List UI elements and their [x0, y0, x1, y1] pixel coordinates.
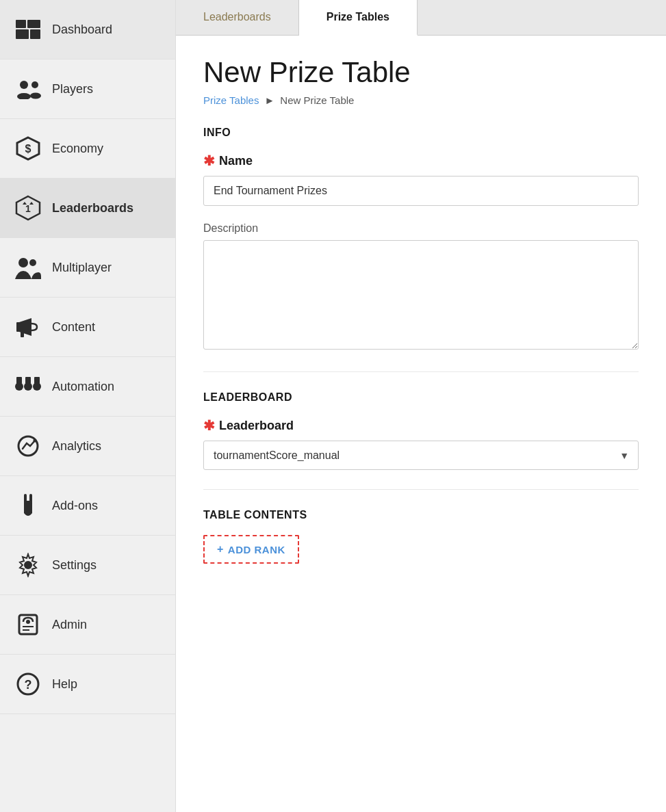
svg-rect-32	[23, 629, 29, 631]
description-label: Description	[203, 222, 639, 235]
analytics-icon	[14, 432, 42, 460]
leaderboard-label: ✱ Leaderboard	[203, 417, 639, 434]
sidebar-item-label: Economy	[52, 142, 103, 156]
tab-prize-tables[interactable]: Prize Tables	[299, 0, 418, 36]
leaderboard-select-wrapper: tournamentScore_manual tournamentScore_a…	[203, 441, 639, 470]
sidebar-item-analytics[interactable]: Analytics	[0, 417, 175, 476]
svg-point-28	[24, 561, 32, 569]
sidebar-item-label: Automation	[52, 380, 114, 394]
svg-point-30	[26, 620, 30, 624]
svg-rect-22	[34, 377, 40, 384]
table-contents-section: TABLE CONTENTS + ADD RANK	[203, 509, 639, 564]
sidebar-item-label: Add-ons	[52, 499, 98, 513]
sidebar-item-multiplayer[interactable]: Multiplayer	[0, 238, 175, 298]
svg-point-7	[30, 93, 41, 99]
section-divider-1	[203, 371, 639, 372]
main-content: Leaderboards Prize Tables New Prize Tabl…	[176, 0, 666, 812]
breadcrumb-separator: ►	[264, 94, 274, 106]
svg-point-13	[29, 259, 36, 266]
sidebar-item-addons[interactable]: Add-ons	[0, 476, 175, 536]
leaderboards-icon: 1	[14, 194, 42, 222]
svg-text:?: ?	[25, 678, 32, 692]
name-input[interactable]	[203, 176, 639, 206]
leaderboard-required-star: ✱	[203, 417, 215, 434]
help-icon: ?	[14, 670, 42, 698]
table-contents-title: TABLE CONTENTS	[203, 509, 639, 521]
dashboard-icon	[14, 15, 42, 44]
name-required-star: ✱	[203, 153, 215, 169]
breadcrumb-current: New Prize Table	[280, 94, 354, 106]
svg-point-6	[31, 81, 38, 88]
leaderboard-select[interactable]: tournamentScore_manual tournamentScore_a…	[203, 441, 639, 470]
svg-point-12	[18, 258, 28, 267]
add-rank-button[interactable]: + ADD RANK	[203, 535, 299, 564]
sidebar-item-settings[interactable]: Settings	[0, 536, 175, 595]
svg-point-4	[20, 81, 28, 89]
svg-rect-0	[16, 20, 26, 28]
sidebar-item-label: Players	[52, 82, 93, 96]
leaderboard-field-group: ✱ Leaderboard tournamentScore_manual tou…	[203, 417, 639, 470]
addons-icon	[14, 491, 42, 520]
breadcrumb-link[interactable]: Prize Tables	[203, 94, 259, 106]
sidebar: Dashboard Players $ Economy 1 Leaderboa	[0, 0, 176, 812]
sidebar-item-admin[interactable]: Admin	[0, 595, 175, 655]
tab-bar: Leaderboards Prize Tables	[176, 0, 666, 36]
add-rank-plus-icon: +	[217, 543, 224, 555]
sidebar-item-label: Multiplayer	[52, 261, 112, 275]
section-divider-2	[203, 489, 639, 490]
sidebar-item-label: Dashboard	[52, 23, 112, 37]
svg-rect-15	[16, 322, 21, 332]
breadcrumb: Prize Tables ► New Prize Table	[203, 94, 639, 106]
sidebar-item-label: Analytics	[52, 439, 101, 454]
sidebar-item-economy[interactable]: $ Economy	[0, 119, 175, 179]
description-input[interactable]	[203, 240, 639, 350]
info-section: INFO ✱ Name Description	[203, 127, 639, 352]
sidebar-item-label: Settings	[52, 558, 97, 573]
name-field-group: ✱ Name	[203, 153, 639, 206]
svg-text:1: 1	[25, 203, 31, 214]
info-section-title: INFO	[203, 127, 639, 139]
svg-rect-16	[21, 332, 24, 337]
tab-leaderboards[interactable]: Leaderboards	[176, 0, 299, 35]
economy-icon: $	[14, 134, 42, 163]
multiplayer-icon	[14, 253, 42, 282]
players-icon	[14, 75, 42, 103]
svg-rect-20	[16, 377, 22, 384]
svg-point-24	[34, 439, 37, 443]
svg-text:$: $	[25, 143, 31, 155]
sidebar-item-leaderboards[interactable]: 1 Leaderboards	[0, 179, 175, 238]
svg-rect-1	[27, 20, 40, 28]
leaderboard-section-title: LEADERBOARD	[203, 391, 639, 404]
sidebar-item-dashboard[interactable]: Dashboard	[0, 0, 175, 60]
name-label: ✱ Name	[203, 153, 639, 169]
sidebar-item-label: Content	[52, 320, 95, 335]
sidebar-item-label: Help	[52, 677, 77, 692]
sidebar-item-automation[interactable]: Automation	[0, 357, 175, 417]
page-title: New Prize Table	[203, 56, 639, 89]
sidebar-item-label: Admin	[52, 618, 87, 632]
description-field-group: Description	[203, 222, 639, 352]
add-rank-label: ADD RANK	[228, 544, 285, 555]
svg-rect-21	[25, 377, 31, 384]
settings-icon	[14, 551, 42, 579]
sidebar-item-help[interactable]: ? Help	[0, 655, 175, 714]
content-area: New Prize Table Prize Tables ► New Prize…	[176, 36, 666, 812]
content-icon	[14, 313, 42, 341]
svg-rect-2	[16, 29, 29, 39]
automation-icon	[14, 372, 42, 401]
sidebar-item-players[interactable]: Players	[0, 60, 175, 119]
svg-point-5	[17, 93, 31, 99]
svg-rect-3	[30, 29, 40, 39]
leaderboard-section: LEADERBOARD ✱ Leaderboard tournamentScor…	[203, 391, 639, 470]
admin-icon	[14, 610, 42, 639]
svg-rect-31	[23, 626, 34, 627]
sidebar-item-label: Leaderboards	[52, 201, 133, 215]
sidebar-item-content[interactable]: Content	[0, 298, 175, 357]
